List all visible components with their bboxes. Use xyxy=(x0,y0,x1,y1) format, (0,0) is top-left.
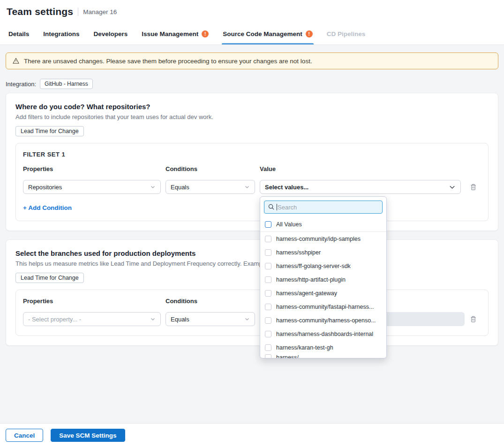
all-values-option[interactable]: All Values xyxy=(260,217,386,232)
dropdown-option[interactable]: harness/harness-dashboards-internal xyxy=(260,327,386,341)
checkbox[interactable] xyxy=(265,276,271,283)
properties-column-label: Properties xyxy=(23,298,161,305)
footer-bar: Cancel Save SCM Settings xyxy=(0,423,504,447)
team-settings-page: Team settings Manager 16 Details Integra… xyxy=(0,0,504,447)
checkbox[interactable] xyxy=(265,249,271,256)
lead-time-chip: Lead Time for Change xyxy=(15,126,84,136)
all-values-checkbox[interactable] xyxy=(265,221,271,228)
checkbox[interactable] xyxy=(265,263,271,269)
tab-label: Issue Management xyxy=(142,30,198,37)
tab-label: CD Pipelines xyxy=(327,30,366,37)
tab-cd-pipelines: CD Pipelines xyxy=(327,23,366,45)
page-header: Team settings Manager 16 xyxy=(0,0,504,23)
cancel-button[interactable]: Cancel xyxy=(6,429,43,442)
tab-label: Source Code Management xyxy=(223,30,302,37)
filter-row: Repositories Equals Select values. xyxy=(23,180,481,194)
text-cursor xyxy=(277,204,277,210)
option-label: harness/http-artifact-plugin xyxy=(276,276,346,283)
title-divider xyxy=(78,7,78,16)
checkbox[interactable] xyxy=(265,317,271,324)
option-label: harness-community/idp-samples xyxy=(276,236,361,242)
filter-set-1: FILTER SET 1 Properties Conditions Value… xyxy=(15,143,489,221)
condition-select-value: Equals xyxy=(171,316,189,323)
tab-developers[interactable]: Developers xyxy=(94,23,128,45)
value-select-placeholder: Select values... xyxy=(265,184,308,191)
integration-row: Integration: GitHub - Harness xyxy=(6,79,498,89)
dropdown-option[interactable]: harness-community/idp-samples xyxy=(260,232,386,246)
search-input[interactable] xyxy=(264,201,383,214)
integration-label: Integration: xyxy=(6,81,36,88)
dropdown-option[interactable]: harness-community/harness-openso... xyxy=(260,313,386,327)
delete-filter-button[interactable] xyxy=(466,315,481,323)
alert-badge-icon: ! xyxy=(306,30,313,37)
dropdown-option-clipped[interactable]: harness/… xyxy=(260,354,386,358)
unsaved-changes-banner: There are unsaved changes. Please save t… xyxy=(6,52,498,69)
page-title: Team settings xyxy=(7,6,73,17)
filter-column-headers: Properties Conditions Value xyxy=(23,165,481,172)
option-label: harness/agent-gateway xyxy=(276,290,337,297)
dropdown-option[interactable]: harness/http-artifact-plugin xyxy=(260,273,386,286)
branches-card-subtitle: This helps us measure metrics like Lead … xyxy=(15,260,489,267)
dropdown-option[interactable]: harness-community/fastapi-harness... xyxy=(260,300,386,313)
value-multiselect[interactable]: Select values... xyxy=(260,180,461,194)
conditions-column-label: Conditions xyxy=(165,165,255,172)
option-label: harness/… xyxy=(276,354,304,358)
chevron-down-icon xyxy=(449,184,456,191)
repositories-card-title: Where do you code? What repositories? xyxy=(15,103,489,111)
repositories-card-subtitle: Add filters to include repositories that… xyxy=(15,113,489,120)
option-label: harness-community/harness-openso... xyxy=(276,317,376,324)
dropdown-search xyxy=(264,201,383,214)
lead-time-chip: Lead Time for Change xyxy=(15,273,84,283)
checkbox[interactable] xyxy=(265,331,271,337)
tab-integrations[interactable]: Integrations xyxy=(43,23,79,45)
dropdown-option[interactable]: harness/sshpiper xyxy=(260,246,386,259)
values-dropdown: All Values harness-community/idp-samples… xyxy=(260,196,387,358)
tab-source-code-management[interactable]: Source Code Management ! xyxy=(223,23,313,45)
alert-badge-icon: ! xyxy=(202,30,209,37)
option-label: harness/karan-test-gh xyxy=(276,344,333,351)
chevron-down-icon xyxy=(244,184,250,190)
option-label: harness/harness-dashboards-internal xyxy=(276,331,373,337)
option-label: harness/sshpiper xyxy=(276,249,321,256)
checkbox[interactable] xyxy=(265,236,271,242)
chevron-down-icon xyxy=(150,316,156,322)
filter-column-headers: Properties Conditions xyxy=(23,298,481,305)
repositories-card: Where do you code? What repositories? Ad… xyxy=(6,93,498,231)
chevron-down-icon xyxy=(150,184,156,190)
property-select-value: Repositories xyxy=(28,184,62,191)
filter-row: - Select property... - Equals xyxy=(23,312,481,326)
checkbox[interactable] xyxy=(265,354,271,358)
content-area: There are unsaved changes. Please save t… xyxy=(0,45,504,346)
conditions-column-label: Conditions xyxy=(165,298,255,305)
team-name: Manager 16 xyxy=(83,8,117,15)
checkbox[interactable] xyxy=(265,290,271,297)
dropdown-option[interactable]: harness/agent-gateway xyxy=(260,286,386,300)
tab-bar: Details Integrations Developers Issue Ma… xyxy=(0,23,504,45)
property-select[interactable]: Repositories xyxy=(23,180,161,194)
tab-label: Details xyxy=(8,30,29,37)
property-select-placeholder: - Select property... - xyxy=(28,316,81,323)
checkbox[interactable] xyxy=(265,344,271,351)
dropdown-option[interactable]: harness/ff-golang-server-sdk xyxy=(260,259,386,273)
dropdown-option[interactable]: harness/karan-test-gh xyxy=(260,341,386,354)
branch-filter-set: Properties Conditions - Select property.… xyxy=(15,290,489,336)
condition-select[interactable]: Equals xyxy=(165,312,255,326)
delete-filter-button[interactable] xyxy=(466,183,481,191)
property-select[interactable]: - Select property... - xyxy=(23,312,161,326)
chevron-down-icon xyxy=(244,316,250,322)
tab-issue-management[interactable]: Issue Management ! xyxy=(142,23,209,45)
condition-select-value: Equals xyxy=(171,184,189,191)
option-label: harness/ff-golang-server-sdk xyxy=(276,263,351,269)
search-icon xyxy=(268,203,275,212)
banner-text: There are unsaved changes. Please save t… xyxy=(24,58,312,65)
tab-label: Integrations xyxy=(43,30,79,37)
condition-select[interactable]: Equals xyxy=(165,180,255,194)
tab-details[interactable]: Details xyxy=(8,23,29,45)
add-condition-button[interactable]: + Add Condition xyxy=(23,204,481,211)
checkbox[interactable] xyxy=(265,304,271,310)
properties-column-label: Properties xyxy=(23,165,161,172)
branches-card: Select the branches used for production … xyxy=(6,239,498,346)
filter-set-title: FILTER SET 1 xyxy=(23,151,481,158)
warning-triangle-icon xyxy=(12,57,20,65)
save-scm-settings-button[interactable]: Save SCM Settings xyxy=(51,429,125,442)
